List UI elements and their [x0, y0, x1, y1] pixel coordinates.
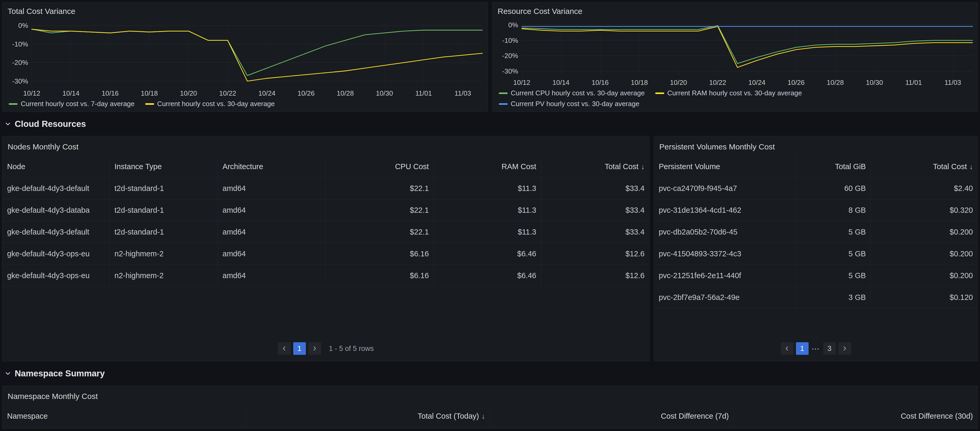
page-prev-button[interactable]: ‹: [278, 342, 291, 355]
total-cost-variance-chart: 0%-10%-20%-30%10/1210/1410/1610/1810/201…: [8, 22, 482, 108]
column-header-namespace[interactable]: Namespace: [2, 405, 246, 427]
x-axis-label: 10/30: [866, 78, 883, 87]
column-header-instance-type[interactable]: Instance Type: [110, 156, 218, 177]
y-axis-label: -20%: [12, 59, 28, 67]
page-button[interactable]: 1: [796, 342, 808, 355]
column-header-persistent-volume[interactable]: Persistent Volume: [654, 156, 796, 177]
panel-persistent-volumes-monthly-cost: Persistent Volumes Monthly Cost Persiste…: [654, 136, 978, 361]
cell: t2d-standard-1: [110, 177, 218, 200]
x-axis-label: 10/14: [62, 89, 80, 97]
column-header-total-cost[interactable]: Total Cost↓: [871, 156, 978, 177]
chart-canvas: [32, 22, 482, 87]
cell: $2.40: [871, 177, 978, 200]
sort-desc-icon: ↓: [482, 412, 485, 420]
cell: $11.3: [434, 200, 541, 221]
x-axis: 10/1210/1410/1610/1810/2010/2210/2410/26…: [522, 76, 973, 86]
cell: t2d-standard-1: [110, 200, 218, 221]
page-button[interactable]: 3: [823, 342, 836, 355]
column-header-node[interactable]: Node: [2, 156, 110, 177]
page-next-button[interactable]: ›: [309, 342, 321, 355]
legend-item-current-pv-hourly-cost-vs-30-day-average[interactable]: Current PV hourly cost vs. 30-day averag…: [499, 100, 640, 108]
column-header-label: Cost Difference (7d): [661, 412, 729, 420]
panel-namespace-monthly-cost: Namespace Monthly Cost NamespaceTotal Co…: [2, 386, 978, 429]
rows-summary: 1 - 5 of 5 rows: [329, 345, 374, 353]
cell: $0.200: [871, 243, 978, 265]
page-prev-button[interactable]: ‹: [781, 342, 793, 355]
x-axis-label: 10/20: [180, 89, 197, 97]
cell: 60 GB: [797, 177, 871, 200]
column-header-cost-difference-7d[interactable]: Cost Difference (7d): [490, 405, 734, 427]
cell: $22.1: [326, 200, 434, 221]
cell: $33.4: [541, 221, 649, 243]
cell: $12.6: [541, 243, 649, 265]
cell: pvc-21251fe6-2e11-440f: [654, 265, 796, 287]
column-header-ram-cost[interactable]: RAM Cost: [434, 156, 541, 177]
chart-plot-area: 0%-10%-20%-30%: [8, 22, 482, 87]
legend-label: Current hourly cost vs. 30-day average: [157, 100, 275, 108]
cell: gke-default-4dy3-ops-eu: [2, 265, 110, 287]
series-line-current-hourly-cost-vs-7-day-average: [32, 29, 482, 75]
cell: amd64: [218, 177, 326, 200]
section-namespace-summary[interactable]: Namespace Summary: [2, 366, 978, 382]
section-label: Namespace Summary: [15, 369, 105, 378]
panel-nodes-monthly-cost: Nodes Monthly Cost NodeInstance TypeArch…: [2, 136, 649, 361]
x-axis-label: 11/01: [905, 78, 922, 87]
column-header-label: Total Cost: [605, 162, 638, 171]
legend-item-current-hourly-cost-vs-7-day-average[interactable]: Current hourly cost vs. 7-day average: [9, 100, 135, 108]
x-axis-label: 11/03: [454, 89, 471, 97]
cell: $33.4: [541, 200, 649, 221]
column-header-label: Architecture: [223, 162, 263, 171]
cell: amd64: [218, 243, 326, 265]
x-axis-label: 10/14: [552, 78, 570, 87]
persistent-volumes-table: Persistent VolumeTotal GiBTotal Cost↓pvc…: [654, 156, 978, 308]
chart-plot-area: 0%-10%-20%-30%: [498, 22, 973, 76]
legend-swatch: [9, 103, 18, 105]
section-cloud-resources[interactable]: Cloud Resources: [2, 116, 978, 132]
legend-swatch: [499, 93, 508, 94]
panel-title: Nodes Monthly Cost: [2, 136, 649, 156]
column-header-label: Persistent Volume: [659, 162, 720, 171]
cell: amd64: [218, 200, 326, 221]
chevron-down-icon: [4, 120, 11, 128]
legend: Current hourly cost vs. 7-day averageCur…: [8, 97, 428, 108]
cell: $22.1: [326, 221, 434, 243]
x-axis-label: 10/12: [513, 78, 530, 87]
resource-cost-variance-chart: 0%-10%-20%-30%10/1210/1410/1610/1810/201…: [498, 22, 973, 108]
dashboard: Total Cost Variance 0%-10%-20%-30%10/121…: [0, 0, 980, 431]
column-header-cpu-cost[interactable]: CPU Cost: [326, 156, 434, 177]
cell: n2-highmem-2: [110, 265, 218, 287]
panel-total-cost-variance: Total Cost Variance 0%-10%-20%-30%10/121…: [2, 2, 488, 112]
namespace-table: NamespaceTotal Cost (Today)↓Cost Differe…: [2, 405, 978, 427]
legend-swatch: [145, 103, 154, 105]
column-header-total-cost-today[interactable]: Total Cost (Today)↓: [246, 405, 490, 427]
nodes-table: NodeInstance TypeArchitectureCPU CostRAM…: [2, 156, 649, 287]
column-header-cost-difference-30d[interactable]: Cost Difference (30d): [734, 405, 978, 427]
x-axis-label: 10/28: [337, 89, 354, 97]
panel-title: Persistent Volumes Monthly Cost: [654, 136, 978, 156]
column-header-label: RAM Cost: [502, 162, 536, 171]
column-header-total-cost[interactable]: Total Cost↓: [541, 156, 649, 177]
legend-item-current-cpu-hourly-cost-vs-30-day-average[interactable]: Current CPU hourly cost vs. 30-day avera…: [499, 89, 645, 97]
page-next-button[interactable]: ›: [838, 342, 851, 355]
section-label: Cloud Resources: [15, 119, 86, 129]
page-button[interactable]: 1: [293, 342, 306, 355]
y-axis-label: 0%: [508, 21, 518, 29]
x-axis-label: 10/18: [141, 89, 158, 97]
x-axis-label: 10/28: [827, 78, 844, 87]
y-axis: 0%-10%-20%-30%: [8, 22, 32, 87]
chart-row: Total Cost Variance 0%-10%-20%-30%10/121…: [2, 2, 978, 112]
x-axis-label: 10/22: [219, 89, 236, 97]
legend-item-current-ram-hourly-cost-vs-30-day-average[interactable]: Current RAM hourly cost vs. 30-day avera…: [655, 89, 802, 97]
x-axis-label: 10/16: [592, 78, 609, 87]
cell: pvc-31de1364-4cd1-462: [654, 200, 796, 221]
x-axis-label: 10/18: [631, 78, 648, 87]
y-axis-label: -10%: [502, 36, 518, 45]
legend-item-current-hourly-cost-vs-30-day-average[interactable]: Current hourly cost vs. 30-day average: [145, 100, 275, 108]
column-header-architecture[interactable]: Architecture: [218, 156, 326, 177]
column-header-total-gib[interactable]: Total GiB: [797, 156, 871, 177]
x-axis-label: 10/24: [748, 78, 765, 87]
series-line-current-cpu-hourly-cost-vs-30-day-average: [522, 26, 973, 64]
cell: pvc-ca2470f9-f945-4a7: [654, 177, 796, 200]
cell: $6.16: [326, 265, 434, 287]
cell: gke-default-4dy3-default: [2, 177, 110, 200]
